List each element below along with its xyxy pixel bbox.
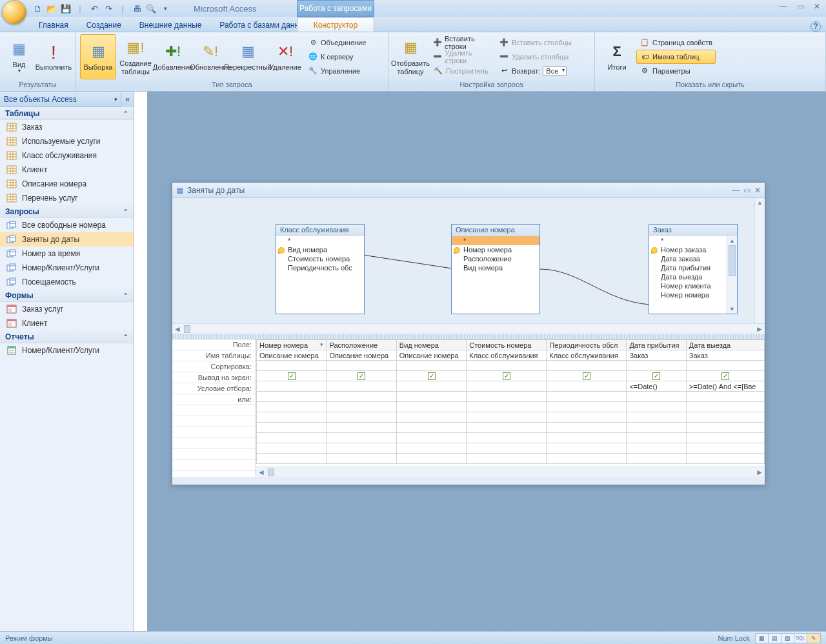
params-button[interactable]: ⚙Параметры	[636, 64, 716, 78]
table-klass[interactable]: Класс обслуживания*Вид номераСтоимость н…	[276, 224, 365, 314]
nav-item[interactable]: Все свободные номера	[0, 218, 134, 232]
nav-section[interactable]: Запросы⌃	[0, 205, 134, 218]
grid-hscroll[interactable]: ◄►	[256, 467, 765, 477]
field-row[interactable]: Стоимость номера	[276, 254, 364, 263]
grid-table[interactable]: Номер номера▾РасположениеВид номераСтоим…	[256, 339, 765, 464]
nav-item[interactable]: Используемые услуги	[0, 134, 134, 148]
crosstab-button[interactable]: ▦Перекрестный	[230, 34, 266, 79]
nav-item[interactable]: Заняты до даты	[0, 232, 134, 247]
table-zakaz[interactable]: Заказ*Номер заказаДата заказаДата прибыт…	[649, 224, 738, 314]
table-opisanie[interactable]: Описание номера*Номер номераРасположение…	[451, 224, 540, 314]
restore-button[interactable]: ▭	[795, 2, 805, 11]
mdi-titlebar[interactable]: ▦ Заняты до даты —▭✕	[172, 183, 765, 198]
delete-button[interactable]: ✕!Удаление	[267, 34, 303, 79]
view-design[interactable]: ✎	[807, 634, 820, 643]
preview-icon[interactable]: 🔍	[146, 3, 156, 14]
tablenames-button[interactable]: 🏷Имена таблиц	[636, 50, 716, 64]
insert-rows-button[interactable]: ➕Вставить строки	[430, 35, 494, 50]
return-combo[interactable]: Все▾	[543, 66, 567, 75]
nav-item[interactable]: Клиент	[0, 316, 134, 330]
nav-item[interactable]: Номер за время	[0, 247, 134, 261]
field-row[interactable]: Номер номера	[452, 245, 539, 254]
nav-header[interactable]: Все объекты Access▾	[0, 92, 121, 107]
svg-rect-15	[7, 166, 16, 174]
field-row[interactable]: *	[452, 236, 539, 245]
pane-hscroll[interactable]: ◄►	[172, 323, 765, 334]
nav-item[interactable]: Клиент	[0, 163, 134, 177]
vscroll[interactable]: ▲▼	[727, 236, 737, 314]
field-row[interactable]: Дата прибытия	[649, 263, 737, 272]
append-button[interactable]: ✚!Добавление	[155, 34, 191, 79]
tab-create[interactable]: Создание	[77, 18, 130, 32]
run-button[interactable]: !Выполнить	[35, 34, 72, 79]
nav-item[interactable]: Номер/Клиент/Услуги	[0, 261, 134, 275]
view-pc[interactable]: ▧	[781, 634, 794, 643]
view-switcher[interactable]: ▦ ▤ ▧ SQL ✎	[755, 633, 821, 643]
open-icon[interactable]: 📂	[46, 3, 57, 14]
tab-home[interactable]: Главная	[30, 18, 77, 32]
print-icon[interactable]: 🖶	[132, 3, 142, 14]
totals-button[interactable]: ΣИтоги	[599, 34, 635, 79]
show-table-button[interactable]: ▦Отобразить таблицу	[392, 34, 428, 79]
undo-icon[interactable]: ↶	[89, 3, 99, 14]
update-button[interactable]: ✎!Обновление	[192, 34, 228, 79]
splitter[interactable]	[172, 334, 765, 339]
select-query-button[interactable]: ▦Выборка	[80, 34, 116, 79]
nav-item[interactable]: Посещаемость	[0, 275, 134, 289]
help-icon[interactable]: ?	[811, 21, 821, 32]
view-pt[interactable]: ▤	[769, 634, 781, 643]
field-row[interactable]: Номер номера	[649, 290, 737, 299]
nav-collapse-button[interactable]: «	[121, 92, 134, 107]
insert-cols-button[interactable]: ➕Вставить столбцы	[496, 35, 586, 50]
propsheet-button[interactable]: 📋Страница свойств	[636, 35, 716, 50]
nav-section[interactable]: Формы⌃	[0, 289, 134, 302]
minimize-button[interactable]: —	[778, 2, 789, 11]
nav-item[interactable]: Описание номера	[0, 177, 134, 191]
field-row[interactable]: Вид номера	[276, 245, 364, 254]
view-sql[interactable]: SQL	[794, 634, 807, 643]
pane-vscroll[interactable]: ▲▼	[754, 198, 765, 334]
new-icon[interactable]: 🗋	[32, 3, 43, 14]
field-row[interactable]: Периодичность обс	[276, 263, 364, 272]
field-row[interactable]: Вид номера	[452, 263, 539, 272]
navigation-pane: Все объекты Access▾ « Таблицы⌃ЗаказИспол…	[0, 92, 134, 631]
nav-item[interactable]: Перечень услуг	[0, 191, 134, 205]
delete-rows-button[interactable]: ➖Удалить строки	[430, 50, 494, 64]
tab-designer[interactable]: Конструктор	[297, 17, 374, 32]
qat-dropdown-icon[interactable]: ▾	[160, 3, 170, 14]
field-row[interactable]: Расположение	[452, 254, 539, 263]
nav-item[interactable]: Заказ	[0, 120, 134, 134]
ribbon: ▦Вид▾ !Выполнить Результаты ▦Выборка ▦!С…	[0, 32, 826, 92]
field-row[interactable]: Номер заказа	[649, 245, 737, 254]
nav-section[interactable]: Таблицы⌃	[0, 107, 134, 120]
design-grid: Поле:Имя таблицы:Сортировка:Вывод на экр…	[172, 339, 765, 477]
nav-section[interactable]: Отчеты⌃	[0, 330, 134, 343]
view-button[interactable]: ▦Вид▾	[4, 34, 34, 79]
relationship-pane[interactable]: ▲▼ Класс обслуживания*Вид номераСтоимост…	[172, 198, 765, 334]
window-controls: — ▭ ✕	[778, 2, 822, 11]
mdi-minimize[interactable]: —	[732, 186, 740, 195]
svg-rect-46	[7, 305, 16, 307]
field-row[interactable]: Номер клиента	[649, 281, 737, 290]
close-button[interactable]: ✕	[812, 2, 822, 11]
mdi-restore[interactable]: ▭	[743, 186, 750, 195]
union-button[interactable]: ⊘Объединение	[305, 35, 369, 50]
tab-external[interactable]: Внешние данные	[130, 18, 211, 32]
passthrough-button[interactable]: 🌐К серверу	[305, 50, 369, 64]
nav-item[interactable]: Класс обслуживания	[0, 148, 134, 163]
delete-cols-button[interactable]: ➖Удалить столбцы	[496, 50, 586, 64]
nav-item[interactable]: Номер/Клиент/Услуги	[0, 343, 134, 357]
mdi-close[interactable]: ✕	[754, 186, 761, 195]
field-row[interactable]: Дата выезда	[649, 272, 737, 281]
builder-button[interactable]: 🔨Построитель	[430, 64, 494, 78]
definition-button[interactable]: 🔧Управление	[305, 64, 369, 78]
field-row[interactable]: *	[649, 236, 737, 245]
redo-icon[interactable]: ↷	[103, 3, 114, 14]
maketable-button[interactable]: ▦!Создание таблицы	[117, 34, 154, 79]
office-button[interactable]	[2, 0, 26, 25]
field-row[interactable]: Дата заказа	[649, 254, 737, 263]
save-icon[interactable]: 💾	[61, 3, 71, 14]
nav-item[interactable]: Заказ услуг	[0, 302, 134, 316]
field-row[interactable]: *	[276, 236, 364, 245]
view-ds[interactable]: ▦	[756, 634, 769, 643]
